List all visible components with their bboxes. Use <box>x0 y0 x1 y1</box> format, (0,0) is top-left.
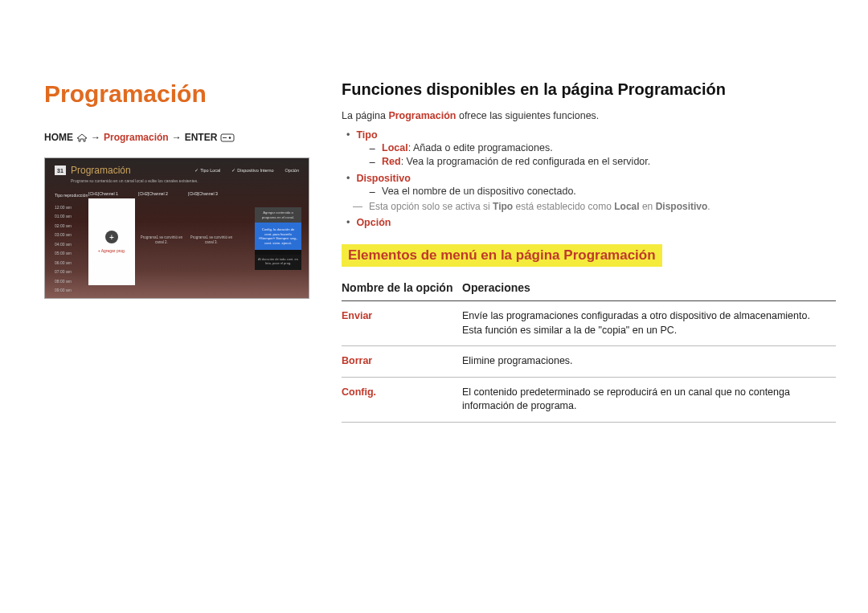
options-table: Nombre de la opción Operaciones Enviar E… <box>342 276 836 423</box>
ch2-text: Programa1 se convirtió en canal 2. <box>138 235 185 245</box>
dispositivo-line: ‒Vea el nombre de un dispositivo conecta… <box>369 186 836 198</box>
ch2-header: [CH2]Channel 2 <box>138 191 185 196</box>
panel-subtitle: Programe su contenido en un canal local … <box>45 178 309 188</box>
svg-point-1 <box>229 137 231 140</box>
tv-preview-panel: 31 Programación ✓Tipo Local ✓Dispositivo… <box>44 157 309 299</box>
table-row: Borrar Elimine programaciones. <box>342 346 836 378</box>
section-heading: Funciones disponibles en la página Progr… <box>342 80 836 99</box>
panel-tipo: ✓Tipo Local <box>194 168 220 173</box>
tipo-red-line: ‒ Red: Vea la programación de red config… <box>369 156 836 168</box>
panel-opcion: Opción <box>285 168 299 173</box>
bullet-dispositivo: •Dispositivo <box>346 173 836 184</box>
ch3-text: Programa1 se convirtió en canal 3. <box>188 235 235 245</box>
bc-enter: ENTER <box>185 132 218 143</box>
chevron-down-icon <box>273 250 283 254</box>
bullet-opcion: •Opción <box>346 217 836 228</box>
panel-dispositivo: ✓Dispositivo Interno <box>231 168 273 173</box>
bullet-tipo: •Tipo <box>346 129 836 141</box>
panel-title: Programación <box>71 165 131 176</box>
dispositivo-note: ― Esta opción solo se activa si Tipo est… <box>353 201 836 212</box>
tip-popover: Agregar contenido o programa en el canal… <box>255 207 301 270</box>
bc-home: HOME <box>44 132 73 143</box>
bc-arrow-1: → <box>91 132 100 143</box>
intro-text: La página Programación ofrece las siguie… <box>342 110 836 121</box>
sub-section-heading: Elementos de menú en la página Programac… <box>342 244 662 267</box>
ch1-header: [CH1]Channel 1 <box>88 191 135 196</box>
enter-icon <box>220 132 235 143</box>
bc-middle: Programación <box>104 132 169 143</box>
plus-icon: + <box>105 231 118 243</box>
time-column: Tipo reproducción 12:00 am 01:00 am 02:0… <box>55 191 85 299</box>
breadcrumb: HOME → Programación → ENTER <box>44 132 309 143</box>
date-badge: 31 <box>55 166 66 175</box>
add-program-card[interactable]: + + Agregar prog. <box>88 198 135 285</box>
home-icon <box>76 132 88 143</box>
ch3-header: [CH3]Channel 3 <box>188 191 235 196</box>
table-row: Enviar Envíe las programaciones configur… <box>342 301 836 346</box>
bc-arrow-2: → <box>172 132 182 143</box>
tipo-local-line: ‒ Local: Añada o edite programaciones. <box>369 142 836 154</box>
table-row: Config. El contenido predeterminado se r… <box>342 377 836 422</box>
page-title: Programación <box>44 80 309 108</box>
th-ops: Operaciones <box>462 276 836 301</box>
th-name: Nombre de la opción <box>342 276 462 301</box>
